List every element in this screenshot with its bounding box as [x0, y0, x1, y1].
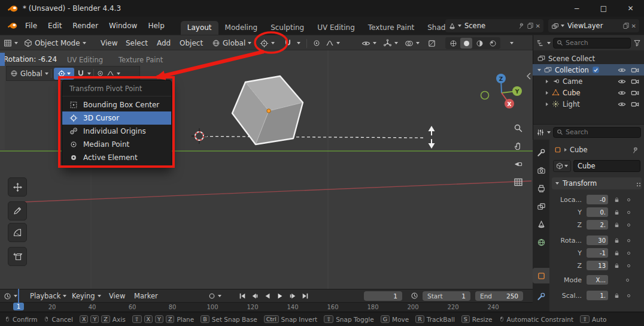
- eye-icon[interactable]: [618, 66, 626, 74]
- workspace-tab-texture-paint[interactable]: Texture Paint: [362, 21, 421, 35]
- outliner-search[interactable]: [553, 38, 631, 49]
- properties-editor-icon[interactable]: [536, 128, 545, 137]
- falloff-dropdown[interactable]: [326, 35, 340, 51]
- pan-hand-button[interactable]: [515, 143, 520, 149]
- outliner-row-collection[interactable]: Collection: [533, 64, 644, 76]
- unlink-scene-icon[interactable]: ✕: [536, 23, 540, 29]
- new-viewlayer-icon[interactable]: [622, 22, 630, 29]
- menu-window[interactable]: Window: [104, 22, 142, 30]
- workspace-tab-layout[interactable]: Layout: [181, 21, 218, 35]
- rotation-x-field[interactable]: 30: [587, 236, 608, 245]
- shading-material-button[interactable]: [473, 38, 485, 49]
- pin-icon[interactable]: [631, 146, 639, 154]
- tool-transform-button[interactable]: [8, 177, 27, 197]
- eye-icon[interactable]: [618, 77, 626, 86]
- location-y-field[interactable]: 0.: [587, 207, 608, 217]
- menu-item-median-point[interactable]: Median Point: [62, 138, 171, 151]
- breadcrumb-object[interactable]: Cube: [570, 146, 588, 154]
- eye-icon[interactable]: [618, 89, 626, 97]
- tool-measure-button[interactable]: [8, 223, 27, 242]
- menu-playback[interactable]: Playback: [30, 289, 66, 303]
- snap-dropdown[interactable]: [297, 35, 300, 51]
- jump-to-start-button[interactable]: [237, 291, 248, 301]
- workspace-tab-modeling[interactable]: Modeling: [218, 21, 265, 35]
- animate-dot-icon[interactable]: [627, 211, 630, 214]
- menu-keying[interactable]: Keying: [72, 289, 101, 303]
- orientation-label[interactable]: Global: [20, 70, 42, 78]
- animate-dot-icon[interactable]: [627, 198, 630, 201]
- scene-cube[interactable]: [232, 76, 303, 144]
- chevron-right-icon[interactable]: [546, 91, 548, 95]
- timeline-ruler[interactable]: 20 40 60 80 100 120 140 160 180 200 220 …: [0, 302, 533, 312]
- overlays-dropdown[interactable]: [405, 35, 420, 51]
- animate-dot-icon[interactable]: [626, 279, 629, 282]
- proportional-editing-button[interactable]: [312, 35, 321, 51]
- drag-dots-icon[interactable]: [637, 183, 638, 184]
- chevron-right-icon[interactable]: [546, 80, 548, 83]
- current-frame-field[interactable]: 1: [364, 291, 402, 301]
- tab-render-properties[interactable]: [533, 162, 549, 178]
- jump-to-end-button[interactable]: [300, 291, 311, 301]
- shading-rendered-button[interactable]: [487, 38, 499, 49]
- outliner-row-cube[interactable]: Cube: [533, 87, 644, 98]
- falloff-curve-icon[interactable]: [107, 70, 114, 77]
- tab-output-properties[interactable]: [533, 180, 549, 196]
- tab-world-properties[interactable]: [533, 234, 549, 250]
- lock-icon[interactable]: [613, 292, 620, 299]
- remove-viewlayer-icon[interactable]: ✕: [631, 23, 636, 29]
- outliner-row-scene-collection[interactable]: Scene Collect: [533, 53, 644, 64]
- animate-dot-icon[interactable]: [627, 252, 630, 255]
- 3d-cursor[interactable]: [192, 128, 207, 144]
- pin-icon[interactable]: [518, 22, 525, 29]
- properties-search-input[interactable]: [566, 128, 619, 136]
- outliner-row-light[interactable]: Light: [533, 98, 644, 110]
- tab-object-properties[interactable]: [533, 268, 549, 283]
- lock-icon[interactable]: [613, 250, 620, 256]
- orientation-dropdown[interactable]: Global: [212, 35, 251, 51]
- menu-add[interactable]: Add: [157, 35, 171, 51]
- checkbox-checked-icon[interactable]: [592, 66, 600, 74]
- play-reverse-button[interactable]: [262, 291, 273, 301]
- tab-scene-properties[interactable]: [533, 216, 549, 232]
- playhead-line[interactable]: [18, 289, 19, 303]
- chevron-down-icon[interactable]: [87, 73, 91, 75]
- workspace-tab-uv-editing[interactable]: UV Editing: [311, 21, 362, 35]
- filter-icon[interactable]: [633, 39, 641, 47]
- pivot-point-dropdown[interactable]: [260, 35, 275, 51]
- camera-visibility-icon[interactable]: [631, 100, 639, 108]
- proportional-editing-icon[interactable]: [96, 70, 104, 77]
- panel-collapse-chevron[interactable]: [527, 73, 530, 79]
- lock-icon[interactable]: [613, 209, 620, 216]
- magnet-icon[interactable]: [77, 70, 85, 78]
- blender-menu-icon[interactable]: [7, 22, 17, 29]
- eye-icon[interactable]: [618, 100, 626, 108]
- shading-dropdown[interactable]: [510, 35, 514, 51]
- frame-end-field[interactable]: End 250: [475, 291, 523, 301]
- transform-section-header[interactable]: Transform: [552, 177, 642, 189]
- menu-item-bounding-box-center[interactable]: Bounding Box Center: [62, 98, 171, 111]
- camera-visibility-icon[interactable]: [631, 66, 639, 74]
- shading-solid-button[interactable]: [460, 38, 472, 49]
- toggle-xray-button[interactable]: [427, 35, 436, 51]
- rotation-z-field[interactable]: 13: [587, 261, 608, 270]
- timeline-editor-button[interactable]: [4, 289, 17, 303]
- camera-visibility-icon[interactable]: [631, 77, 639, 86]
- outliner-editor-icon[interactable]: [536, 39, 545, 47]
- gizmos-dropdown[interactable]: [383, 35, 398, 51]
- rotation-y-field[interactable]: -1: [587, 248, 608, 258]
- auto-keying-button[interactable]: [208, 289, 221, 303]
- play-button[interactable]: [275, 291, 285, 301]
- frame-start-field[interactable]: Start 1: [423, 291, 470, 301]
- tab-tool-properties[interactable]: [533, 144, 549, 160]
- menu-object[interactable]: Object: [180, 35, 203, 51]
- pivot-point-dropdown-active[interactable]: [54, 68, 74, 80]
- camera-visibility-icon[interactable]: [631, 89, 639, 97]
- lock-icon[interactable]: [613, 222, 620, 228]
- previous-keyframe-button[interactable]: [250, 291, 260, 301]
- mode-dropdown[interactable]: Object Mode: [24, 35, 86, 51]
- next-keyframe-button[interactable]: [287, 291, 298, 301]
- camera-view-button[interactable]: [515, 162, 522, 166]
- object-id-dropdown[interactable]: [553, 160, 571, 172]
- animate-dot-icon[interactable]: [627, 294, 630, 297]
- location-x-field[interactable]: -0: [587, 195, 608, 204]
